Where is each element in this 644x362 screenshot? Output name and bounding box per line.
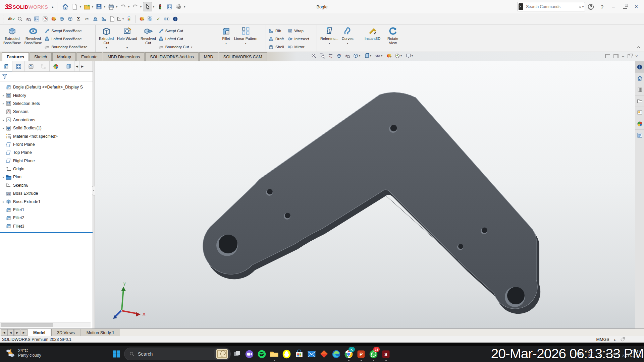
file-properties-button[interactable] (165, 2, 174, 11)
solidworks-taskbar-icon[interactable] (380, 346, 392, 362)
doc-restore-icon[interactable] (628, 54, 632, 58)
graphics-viewport[interactable]: Y X (95, 61, 635, 328)
wrap-button[interactable]: Wrap (287, 28, 309, 34)
chrome-icon[interactable]: K (342, 346, 355, 362)
zoom-to-fit-button[interactable] (310, 53, 317, 59)
linear-pattern-button[interactable]: Linear Pattern ▾ (233, 26, 258, 52)
doc-prev-icon[interactable] (605, 54, 610, 58)
tree-item-boss-extrude[interactable]: Boss Extrude (0, 189, 93, 197)
hole-wizard-button[interactable]: Hole Wizard ▾ (116, 26, 138, 52)
trim-tool-icon[interactable]: ✂ (83, 15, 91, 23)
view-palette-button[interactable] (635, 107, 644, 118)
select-tool-button[interactable] (143, 2, 152, 11)
toolbar-grip[interactable] (3, 15, 5, 23)
tab-mbd[interactable]: MBD (199, 52, 218, 61)
zoom-to-area-button[interactable] (319, 53, 326, 59)
new-document-button[interactable] (70, 2, 79, 11)
view-settings-button[interactable]: ▾ (405, 53, 415, 59)
section-view-button[interactable] (335, 53, 342, 59)
cam-tree-tab[interactable] (62, 61, 74, 71)
tree-item-fillet3[interactable]: Fillet3 (0, 222, 93, 230)
3d-views-tab[interactable]: 3D Views (51, 329, 80, 336)
options-dropdown-arrow[interactable]: ▾ (184, 5, 185, 8)
mass-properties-icon[interactable] (33, 15, 41, 23)
scroll-last-button[interactable]: ▶| (21, 329, 27, 336)
mail-icon[interactable] (305, 346, 318, 362)
mesh-tool-icon[interactable] (146, 15, 154, 23)
tab-solidworks-cam[interactable]: SOLIDWORKS CAM (219, 52, 267, 61)
view-orientation-button[interactable]: ▾ (352, 53, 362, 59)
appearance-tool-icon[interactable] (138, 15, 146, 23)
microsoft-store-icon[interactable] (293, 346, 305, 362)
dimxpertmanager-tab[interactable] (37, 61, 50, 71)
model-tab[interactable]: Model (28, 329, 51, 336)
search-tool-icon[interactable] (16, 15, 24, 23)
undo-dropdown-arrow[interactable]: ▾ (128, 5, 129, 8)
markup-pin-icon[interactable] (49, 15, 58, 23)
instant3d-button[interactable]: Instant3D (364, 26, 381, 52)
print-button[interactable] (107, 2, 115, 11)
edit-appearance-button[interactable] (385, 53, 392, 59)
save-dropdown-arrow[interactable]: ▾ (104, 5, 105, 8)
tree-filter-row[interactable] (0, 72, 93, 81)
open-dropdown-arrow[interactable]: ▾ (92, 5, 93, 8)
tab-solidworks-add-ins[interactable]: SOLIDWORKS Add-Ins (145, 52, 199, 61)
tree-item-annotations[interactable]: ▸Annotations (0, 116, 93, 124)
search-dropdown-arrow[interactable]: ▾ (582, 5, 584, 8)
tree-item-plan-folder[interactable]: ▸Plan (0, 173, 93, 181)
configurationmanager-tab[interactable] (25, 61, 37, 71)
new-dropdown-arrow[interactable]: ▾ (80, 5, 81, 8)
extruded-boss-base-button[interactable]: Extruded Boss/Base (2, 26, 22, 52)
performance-evaluation-icon[interactable] (41, 15, 49, 23)
appearances-scenes-button[interactable] (635, 118, 644, 130)
display-style-button[interactable]: ▾ (363, 53, 373, 59)
3dexperience-pane-button[interactable] (635, 61, 644, 73)
reference-geometry-button[interactable]: Referenc... ▾ (319, 26, 339, 52)
tree-item-fillet1[interactable]: Fillet1 (0, 206, 93, 214)
tag-icon[interactable] (620, 337, 625, 342)
search-icon[interactable] (579, 4, 582, 9)
open-button[interactable] (83, 2, 91, 11)
file-explorer-icon[interactable] (268, 346, 280, 362)
tree-item-front-plane[interactable]: Front Plane (0, 140, 93, 148)
units-spinner-arrow[interactable]: ▴ (614, 338, 615, 341)
options-button[interactable] (174, 2, 183, 11)
tree-item-origin[interactable]: Origin (0, 165, 93, 173)
search-highlight-button[interactable] (214, 348, 230, 360)
fold-tool-icon[interactable] (91, 15, 100, 23)
ribbon-collapse-chevron[interactable] (637, 46, 641, 49)
tree-item-right-plane[interactable]: Right Plane (0, 157, 93, 165)
save-button[interactable] (95, 2, 103, 11)
displaymanager-tab[interactable] (50, 61, 62, 71)
revolved-cut-button[interactable]: Revolved Cut (140, 26, 157, 52)
design-checker-icon[interactable]: ▾ (116, 15, 125, 23)
close-button[interactable]: × (631, 2, 642, 12)
rib-button[interactable]: Rib (268, 28, 284, 34)
import-diagnostics-icon[interactable] (108, 15, 116, 23)
featuremanager-design-tree-tab[interactable] (0, 61, 12, 71)
extruded-cut-button[interactable]: Extruded Cut ▾ (98, 26, 115, 52)
powerpoint-icon[interactable] (355, 346, 367, 362)
spell-checker-icon[interactable]: Ab✓ (7, 15, 16, 23)
boundary-cut-button[interactable]: Boundary Cut▾ (158, 44, 193, 50)
search-commands-input[interactable] (525, 4, 579, 9)
tab-sketch[interactable]: Sketch (30, 52, 52, 61)
swept-boss-base-button[interactable]: Swept Boss/Base (44, 28, 87, 34)
apply-scene-button[interactable]: ▾ (394, 53, 404, 59)
tree-item-selection-sets[interactable]: ▸Selection Sets (0, 100, 93, 108)
taskbar-search-box[interactable]: Search (124, 348, 231, 360)
tree-item-material[interactable]: Material <not specified> (0, 132, 93, 140)
custom-properties-button[interactable] (635, 130, 644, 141)
spotify-icon[interactable] (256, 346, 268, 362)
design-library-button[interactable] (635, 84, 644, 96)
restore-button[interactable] (619, 2, 631, 12)
tree-item-top-plane[interactable]: Top Plane (0, 148, 93, 157)
weather-widget[interactable]: 24°C Partly cloudy (5, 347, 41, 358)
sync-globe-icon[interactable] (171, 15, 179, 23)
dropdown-arrow[interactable]: ▾ (347, 41, 348, 46)
tab-features[interactable]: Features (2, 52, 29, 61)
dropdown-arrow[interactable]: ▾ (225, 41, 227, 46)
whatsapp-icon[interactable]: 23 (367, 346, 380, 362)
draft-button[interactable]: Draft (268, 36, 284, 42)
tab-evaluate[interactable]: Evaluate (76, 52, 102, 61)
